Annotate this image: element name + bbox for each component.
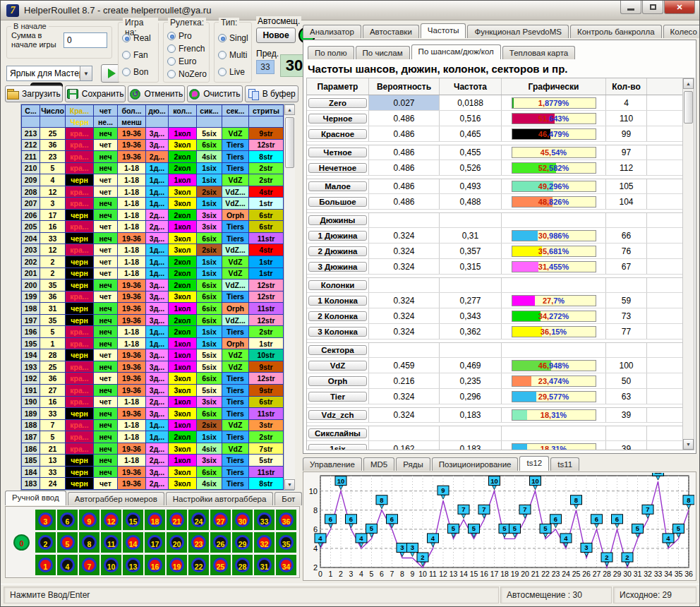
radio-multi[interactable]: Multi — [218, 50, 251, 60]
undo-button[interactable]: ↺Отменить — [128, 85, 185, 102]
history-row[interactable]: 20812кра...чет1-181д...3кол2sixVdZ...4st… — [22, 186, 284, 198]
parameter-button[interactable]: VdZ — [308, 361, 367, 371]
history-row[interactable]: 18324чернчет19-362д...3кол4sixTiers8str — [22, 478, 284, 490]
section-header-button[interactable]: Дюжины — [308, 215, 367, 225]
number-3[interactable]: 3 — [35, 510, 56, 530]
section-header-button[interactable]: Сектора — [308, 345, 367, 355]
history-row[interactable]: 20516кра...чет1-182д...1кол3sixTiers6str — [22, 221, 284, 233]
history-row[interactable]: 19735черннеч19-363д...2кол6sixVdZ...12st… — [22, 314, 284, 326]
parameter-button[interactable]: 2 Дюжина — [308, 246, 367, 256]
radio-pro[interactable]: Pro — [167, 31, 209, 41]
history-row[interactable]: 18933черннеч19-363д...3кол6sixTiers11str — [22, 408, 284, 420]
series-tab-3[interactable]: Позиционирование — [432, 457, 519, 471]
number-15[interactable]: 15 — [123, 510, 143, 530]
history-row[interactable]: 18433черннеч19-363д...3кол6sixTiers11str — [22, 466, 284, 478]
parameter-button[interactable]: 1 Дюжина — [308, 231, 367, 241]
parameter-button[interactable]: Четное — [308, 148, 367, 157]
number-26[interactable]: 26 — [210, 532, 231, 553]
main-tab-0[interactable]: Анализатор — [303, 25, 361, 38]
parameter-button[interactable]: 1six — [308, 444, 367, 450]
main-tab-1[interactable]: Автоставки — [363, 25, 419, 38]
number-7[interactable]: 7 — [79, 555, 99, 575]
frequencies-scrollbar[interactable]: ▲ ▼ — [682, 78, 694, 450]
series-tab-1[interactable]: MD5 — [363, 457, 394, 471]
radio-bon[interactable]: Bon — [122, 67, 158, 77]
parameter-button[interactable]: 1 Колонка — [308, 296, 367, 306]
history-row[interactable]: 1875кра...неч1-181д...2кол1sixTiers2str — [22, 431, 284, 443]
history-row[interactable]: 21123кра...неч19-362д...2кол4sixTiers8st… — [22, 151, 284, 163]
parameter-button[interactable]: Нечетное — [308, 163, 367, 173]
number-21[interactable]: 21 — [167, 510, 187, 530]
freq-sub-tab-2[interactable]: По шансам/дюж/кол — [411, 44, 501, 59]
main-tab-3[interactable]: Функционал PsevdoMS — [467, 25, 569, 38]
new-button[interactable]: Новое — [256, 28, 296, 43]
number-5[interactable]: 5 — [57, 532, 78, 553]
chevron-down-icon[interactable]: ▼ — [80, 66, 92, 80]
radio-singl[interactable]: Singl — [218, 33, 251, 43]
start-sum-input[interactable] — [64, 32, 107, 48]
scroll-up-icon[interactable]: ▲ — [683, 78, 694, 89]
number-30[interactable]: 30 — [232, 510, 253, 530]
input-tab-1[interactable]: Автограббер номеров — [68, 492, 164, 505]
parameter-button[interactable]: Tier — [308, 392, 367, 402]
history-row[interactable]: 2105кра...неч1-181д...2кол1sixTiers2str — [22, 162, 284, 174]
number-34[interactable]: 34 — [276, 555, 296, 575]
parameter-button[interactable]: Zero — [308, 98, 367, 108]
parameter-button[interactable]: Orph — [308, 376, 367, 386]
parameter-button[interactable]: Красное — [308, 129, 367, 139]
radio-live[interactable]: Live — [218, 67, 251, 77]
history-row[interactable]: 20433черннеч19-363д...3кол6sixTiers11str — [22, 232, 284, 244]
history-row[interactable]: 1951кра...неч1-181д...1кол1sixOrph1str — [22, 337, 284, 349]
save-button[interactable]: Сохранить — [65, 85, 126, 102]
freq-sub-tab-3[interactable]: Тепловая карта — [502, 46, 575, 59]
history-row[interactable]: 20617черннеч1-182д...2кол3sixOrph6str — [22, 209, 284, 221]
number-32[interactable]: 32 — [254, 532, 274, 553]
minimize-button[interactable] — [620, 1, 641, 14]
number-24[interactable]: 24 — [188, 510, 209, 530]
number-33[interactable]: 33 — [254, 510, 274, 530]
number-8[interactable]: 8 — [79, 532, 99, 553]
history-row[interactable]: 19831черннеч19-363д...1кол6sixOrph11str — [22, 303, 284, 315]
history-row[interactable]: 2022чернчет1-181д...2кол1sixVdZ1str — [22, 256, 284, 268]
parameter-button[interactable]: Большое — [308, 197, 367, 207]
history-row[interactable]: 1887кра...неч1-181д...1кол2sixVdZ3str — [22, 419, 284, 431]
radio-french[interactable]: French — [167, 44, 209, 54]
parameter-button[interactable]: 2 Колонка — [308, 311, 367, 321]
number-31[interactable]: 31 — [254, 555, 274, 575]
radio-real[interactable]: Real — [122, 33, 158, 43]
number-14[interactable]: 14 — [123, 532, 143, 553]
parameter-button[interactable]: 3 Дюжина — [308, 262, 367, 272]
series-tab-4[interactable]: ts12 — [519, 456, 549, 471]
number-12[interactable]: 12 — [101, 510, 121, 530]
freq-sub-tab-0[interactable]: По полю — [308, 46, 354, 59]
load-button[interactable]: Загрузить — [5, 85, 63, 102]
parameter-button[interactable]: 3 Колонка — [308, 327, 367, 337]
number-6[interactable]: 6 — [57, 510, 78, 530]
number-4[interactable]: 4 — [57, 555, 78, 575]
input-tab-2[interactable]: Настройки автограббера — [166, 492, 274, 505]
section-header-button[interactable]: Колонки — [308, 280, 367, 290]
series-tab-5[interactable]: ts11 — [550, 457, 579, 471]
history-row[interactable]: 19428чернчет19-363д...1кол5sixVdZ10str — [22, 349, 284, 361]
number-20[interactable]: 20 — [167, 532, 187, 553]
number-28[interactable]: 28 — [232, 555, 253, 575]
number-13[interactable]: 13 — [123, 555, 143, 575]
history-row[interactable]: 2094чернчет1-181д...1кол1sixVdZ2str — [22, 174, 284, 186]
number-19[interactable]: 19 — [167, 555, 187, 575]
history-row[interactable]: 19325кра...неч19-363д...1кол5sixVdZ9str — [22, 361, 284, 373]
number-11[interactable]: 11 — [101, 532, 121, 553]
history-scrollbar[interactable]: ▲ ▼ — [284, 104, 295, 490]
scroll-down-icon[interactable]: ▼ — [284, 479, 295, 490]
history-row[interactable]: 19936кра...чет19-363д...3кол6sixTiers12s… — [22, 291, 284, 303]
number-1[interactable]: 1 — [35, 555, 56, 575]
history-row[interactable]: 19016кра...чет1-182д...1кол3sixTiers6str — [22, 396, 284, 408]
history-scroll-thumb[interactable] — [285, 117, 294, 168]
number-22[interactable]: 22 — [188, 555, 209, 575]
freq-sub-tab-1[interactable]: По числам — [356, 46, 410, 59]
history-row[interactable]: 2012чернчет1-181д...2кол1sixVdZ1str — [22, 268, 284, 280]
copy-to-buffer-button[interactable]: В буфер — [245, 85, 298, 102]
number-9[interactable]: 9 — [79, 510, 99, 530]
number-10[interactable]: 10 — [101, 555, 121, 575]
number-18[interactable]: 18 — [145, 510, 165, 530]
scroll-up-icon[interactable]: ▲ — [284, 104, 295, 115]
